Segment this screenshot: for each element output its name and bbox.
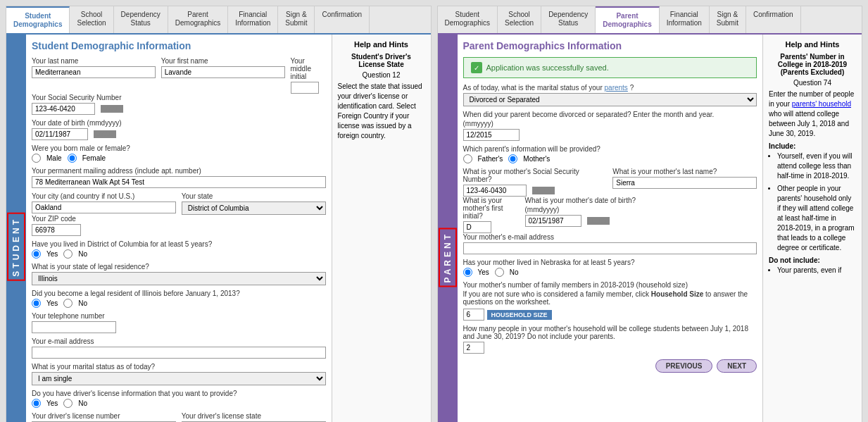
license-q-group: Do you have driver's license information…	[32, 390, 326, 408]
mother-initial-input[interactable]	[463, 221, 491, 233]
lived5yr-yes-radio[interactable]	[32, 249, 41, 259]
middle-initial-input[interactable]	[291, 82, 319, 94]
state-select[interactable]: District of Columbia	[182, 201, 326, 215]
tab-dependency-status[interactable]: DependencyStatus	[114, 6, 168, 33]
mother-initial-col: What is your mother's first initial?	[463, 197, 520, 233]
address-input[interactable]	[32, 176, 326, 188]
dob-input[interactable]	[32, 128, 88, 140]
license-state-col: Your driver's license state District of …	[182, 412, 326, 422]
which-parent-radio-group: Father's Mother's	[463, 154, 757, 163]
zip-input[interactable]	[32, 224, 81, 236]
household-size-button[interactable]: HOUSEHOLD SIZE	[487, 310, 552, 320]
last-name-input[interactable]	[32, 66, 156, 78]
dob-label: Your date of birth (mmdyyyy)	[32, 119, 326, 127]
middle-initial-col: Your middle initial	[291, 57, 326, 94]
lived5yr-group: Have you lived in District of Columbia f…	[32, 240, 326, 259]
right-help-subtitle: Parents' Number in College in 2018-2019 …	[769, 53, 856, 76]
right-tab-dependency-status[interactable]: DependencyStatus	[541, 6, 596, 33]
right-form-title: Parent Demographics Information	[463, 40, 757, 51]
left-help-question: Question 12	[338, 71, 425, 79]
father-radio[interactable]	[463, 154, 472, 163]
right-form-area: Parent Demographics Information ✓ Applic…	[458, 35, 764, 422]
include-label: Include:	[769, 142, 856, 151]
divorced-input[interactable]	[463, 129, 520, 141]
tab-parent-demographics[interactable]: ParentDemographics	[168, 6, 228, 33]
mother-lastname-label: What is your mother's last name?	[612, 168, 757, 175]
do-not-item-1: Your parents, even if	[777, 266, 856, 275]
mother-lived5yr-radio: Yes No	[463, 268, 757, 277]
mother-radio[interactable]	[508, 154, 517, 163]
email-input[interactable]	[32, 347, 326, 359]
legal-before-radio-group: Yes No	[32, 299, 326, 308]
right-tab-sign-submit[interactable]: Sign &Submit	[710, 6, 746, 33]
right-tab-financial-information[interactable]: FinancialInformation	[660, 6, 710, 33]
mother-email-input[interactable]	[463, 242, 757, 254]
right-previous-button[interactable]: PREVIOUS	[655, 359, 713, 373]
tab-sign-submit[interactable]: Sign &Submit	[278, 6, 315, 33]
left-help-area: Help and Hints Student's Driver's Licens…	[332, 35, 431, 422]
right-help-question: Question 74	[769, 79, 856, 87]
lived5yr-no-radio[interactable]	[63, 249, 73, 259]
mother-ssn-mask: ■■■■■	[532, 187, 555, 194]
household-note-label: If you are not sure who is considered a …	[463, 290, 757, 306]
ssn-mask-icon: ■■■■■	[101, 105, 123, 113]
email-group: Your e-mail address	[32, 337, 326, 359]
divorced-sublabel: (mmyyyy)	[463, 120, 757, 128]
mother-lived-yes[interactable]	[463, 268, 472, 277]
tab-confirmation[interactable]: Confirmation	[315, 6, 370, 33]
right-tab-parent-demographics[interactable]: ParentDemographics	[596, 6, 659, 33]
right-nav-tabs: StudentDemographics SchoolSelection Depe…	[438, 6, 862, 35]
tab-school-selection[interactable]: SchoolSelection	[70, 6, 113, 33]
mother-initial-label: What is your mother's first initial?	[463, 197, 520, 220]
lived5yr-yes-label: Yes	[46, 250, 58, 258]
license-no-radio[interactable]	[63, 399, 73, 408]
legal-select[interactable]: Illinois	[32, 272, 326, 285]
state-label: Your state	[182, 192, 326, 200]
left-form-area: Student Demographic Information Your las…	[26, 35, 332, 422]
ssn-row: ■■■■■	[32, 103, 326, 115]
email-label: Your e-mail address	[32, 337, 326, 345]
city-input[interactable]	[32, 201, 176, 213]
license-q-radio-group: Yes No	[32, 399, 326, 408]
left-nav-tabs: StudentDemographics SchoolSelection Depe…	[6, 6, 431, 35]
right-tab-confirmation[interactable]: Confirmation	[746, 6, 801, 33]
include-item-2: Other people in your parents' household …	[777, 184, 856, 253]
father-label: Father's	[478, 155, 503, 163]
lived5yr-label: Have you lived in District of Columbia f…	[32, 240, 326, 248]
marital-label: What is your marital status as of today?	[32, 363, 326, 371]
gender-label: Were you born male or female?	[32, 144, 326, 152]
gender-female-radio[interactable]	[68, 154, 77, 163]
mother-ssn-input[interactable]	[463, 185, 527, 197]
first-name-input[interactable]	[161, 66, 285, 78]
zip-group: Your ZIP code	[32, 215, 326, 236]
right-next-button[interactable]: NEXT	[717, 359, 757, 373]
phone-input[interactable]	[32, 321, 116, 333]
license-state-label: Your driver's license state	[182, 412, 326, 420]
college-input[interactable]	[463, 342, 484, 354]
legal-before-yes-radio[interactable]	[32, 299, 41, 308]
gender-male-radio[interactable]	[32, 154, 41, 163]
left-help-title: Help and Hints	[338, 40, 425, 49]
do-not-label: Do not include:	[769, 256, 856, 266]
success-text: Application was successfully saved.	[486, 63, 609, 72]
mother-dob-input[interactable]	[525, 215, 581, 227]
mother-lastname-input[interactable]	[612, 177, 757, 189]
lived5yr-radio-group: Yes No	[32, 249, 326, 259]
parents-link[interactable]: parents	[605, 84, 628, 92]
license-yes-radio[interactable]	[32, 399, 41, 408]
marital-q-select[interactable]: Divorced or Separated	[463, 93, 757, 106]
ssn-input[interactable]	[32, 103, 95, 115]
legal-before-no-radio[interactable]	[63, 299, 73, 308]
include-item-1: Yourself, even if you will attend colleg…	[777, 151, 856, 181]
household-group: Your mother's number of family members i…	[463, 281, 757, 321]
parents-household-link[interactable]: parents' household	[792, 100, 851, 108]
right-tab-student-demographics[interactable]: StudentDemographics	[438, 6, 498, 33]
tab-student-demographics[interactable]: StudentDemographics	[6, 6, 70, 33]
mother-lived-no[interactable]	[495, 268, 504, 277]
right-tab-school-selection[interactable]: SchoolSelection	[498, 6, 541, 33]
gender-radio-group: Male Female	[32, 154, 326, 163]
household-input[interactable]	[463, 309, 484, 321]
legal-group: What is your state of legal residence? I…	[32, 263, 326, 285]
marital-select[interactable]: I am single	[32, 372, 326, 385]
tab-financial-information[interactable]: FinancialInformation	[228, 6, 278, 33]
